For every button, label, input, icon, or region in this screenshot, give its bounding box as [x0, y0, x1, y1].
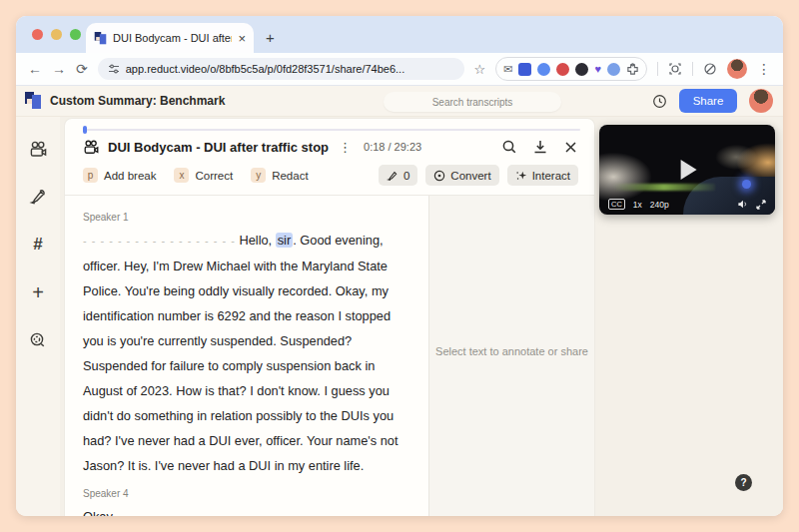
- transcript-paragraph[interactable]: Okay.: [83, 504, 402, 516]
- playhead-marker[interactable]: [83, 126, 87, 134]
- redact-button[interactable]: y Redact: [251, 168, 308, 183]
- add-plus-icon[interactable]: +: [28, 282, 48, 302]
- clips-camera-icon[interactable]: [28, 139, 48, 159]
- search-icon[interactable]: [501, 139, 517, 155]
- convert-icon: [433, 170, 445, 182]
- captions-button[interactable]: CC: [608, 199, 625, 210]
- transcript-block: Speaker 4 Okay.: [83, 488, 402, 516]
- forward-button[interactable]: →: [52, 62, 66, 76]
- play-button[interactable]: [681, 160, 697, 180]
- tab-strip: DUI Bodycam - DUI after traf × +: [16, 16, 783, 53]
- interact-button[interactable]: Interact: [507, 165, 578, 186]
- browser-window: DUI Bodycam - DUI after traf × + ← → ⟳ a…: [16, 16, 783, 516]
- reduct-logo[interactable]: [24, 92, 42, 110]
- minimize-window-button[interactable]: [51, 29, 62, 40]
- annotation-hint: Select text to annotate or share: [435, 345, 588, 516]
- sparkle-icon: [515, 170, 527, 182]
- clip-camera-icon: [83, 140, 100, 155]
- transcript-action-row: p Add break x Correct y Redact: [83, 165, 578, 186]
- keycap-p: p: [83, 168, 98, 183]
- volume-icon[interactable]: [737, 199, 748, 210]
- download-icon[interactable]: [532, 139, 548, 155]
- browser-profile-avatar[interactable]: [727, 59, 747, 79]
- reduct-app: Custom Summary: Benchmark Share # +: [16, 86, 783, 516]
- address-bar[interactable]: app.reduct.video/o/8bfb5c5a/p/0fd28f3571…: [98, 58, 464, 80]
- url-text: app.reduct.video/o/8bfb5c5a/p/0fd28f3571…: [126, 63, 405, 75]
- browsing-mode-icon[interactable]: [703, 62, 717, 76]
- bookmark-star-icon[interactable]: ☆: [474, 62, 486, 77]
- quality-button[interactable]: 240p: [650, 200, 669, 210]
- keycap-x: x: [174, 168, 189, 183]
- transcript-menu-icon[interactable]: ⋮: [339, 140, 352, 155]
- highlight-count-button[interactable]: 0: [379, 165, 417, 186]
- roadside-grass: [613, 184, 715, 191]
- app-header: Custom Summary: Benchmark Share: [16, 86, 783, 117]
- inaudible-dashes[interactable]: - - - - - - - - - - - - - - - - - -: [83, 235, 236, 247]
- toolbar-divider: [657, 62, 658, 76]
- close-window-button[interactable]: [32, 29, 43, 40]
- transcript-title: DUI Bodycam - DUI after traffic stop: [108, 140, 329, 155]
- selected-word[interactable]: sir: [276, 233, 294, 248]
- car-light: [742, 180, 751, 189]
- search-transcripts-input[interactable]: [384, 92, 561, 112]
- extensions-pill: ✉ ♥: [495, 57, 647, 81]
- site-settings-icon[interactable]: [108, 63, 120, 75]
- blue-extension-icon[interactable]: [537, 63, 550, 76]
- speed-button[interactable]: 1x: [633, 200, 642, 210]
- share-button[interactable]: Share: [679, 89, 737, 113]
- help-button[interactable]: ?: [735, 474, 752, 491]
- browser-tab[interactable]: DUI Bodycam - DUI after traf ×: [86, 23, 254, 53]
- browser-menu-icon[interactable]: ⋮: [757, 61, 771, 77]
- convert-button[interactable]: Convert: [425, 165, 498, 186]
- mail-extension-icon[interactable]: ✉: [503, 63, 512, 76]
- annotation-column: Select text to annotate or share: [428, 196, 594, 516]
- highlighter-icon[interactable]: [28, 187, 48, 207]
- transcript-paragraph[interactable]: - - - - - - - - - - - - - - - - - - Hell…: [83, 228, 402, 478]
- window-controls: [32, 29, 81, 40]
- reload-button[interactable]: ⟳: [76, 62, 88, 76]
- swirl-extension-icon[interactable]: [607, 63, 620, 76]
- speaker-label[interactable]: Speaker 4: [83, 488, 402, 499]
- back-button[interactable]: ←: [28, 62, 42, 76]
- toolbar-divider: [692, 62, 693, 76]
- playback-progress-bar[interactable]: [83, 125, 580, 135]
- project-title: Custom Summary: Benchmark: [50, 94, 225, 108]
- transcript-panel-header: DUI Bodycam - DUI after traffic stop ⋮ 0…: [83, 139, 578, 155]
- progress-track[interactable]: [83, 129, 580, 131]
- playback-time: 0:18 / 29:23: [364, 141, 421, 153]
- fullscreen-icon[interactable]: [756, 200, 766, 210]
- add-break-button[interactable]: p Add break: [83, 168, 156, 183]
- player-controls: CC 1x 240p: [608, 199, 766, 210]
- transcript-column: Speaker 1 - - - - - - - - - - - - - - - …: [65, 196, 428, 516]
- lens-icon[interactable]: [668, 62, 682, 76]
- user-avatar[interactable]: [749, 89, 773, 113]
- red-extension-icon[interactable]: [556, 63, 569, 76]
- transcript-card: DUI Bodycam - DUI after traffic stop ⋮ 0…: [64, 118, 595, 516]
- reduct-extension-icon[interactable]: [518, 63, 531, 76]
- extensions-puzzle-icon[interactable]: [626, 63, 639, 76]
- speaker-label[interactable]: Speaker 1: [83, 212, 402, 223]
- maximize-window-button[interactable]: [70, 29, 81, 40]
- video-player[interactable]: CC 1x 240p: [599, 125, 775, 215]
- keycap-y: y: [251, 168, 266, 183]
- browser-toolbar: ← → ⟳ app.reduct.video/o/8bfb5c5a/p/0fd2…: [16, 53, 783, 86]
- search-reel-icon[interactable]: [28, 330, 48, 350]
- close-icon[interactable]: [563, 140, 578, 155]
- heart-extension-icon[interactable]: ♥: [594, 64, 601, 75]
- tab-close-icon[interactable]: ×: [238, 32, 246, 45]
- left-sidebar: # +: [16, 117, 60, 516]
- correct-button[interactable]: x Correct: [174, 168, 233, 183]
- tab-favicon: [94, 32, 107, 45]
- history-clock-icon[interactable]: [652, 94, 667, 109]
- new-tab-button[interactable]: +: [266, 29, 275, 46]
- hashtag-icon[interactable]: #: [28, 235, 48, 255]
- dark-extension-icon[interactable]: [575, 63, 588, 76]
- tab-title: DUI Bodycam - DUI after traf: [113, 32, 232, 44]
- transcript-block: Speaker 1 - - - - - - - - - - - - - - - …: [83, 212, 402, 478]
